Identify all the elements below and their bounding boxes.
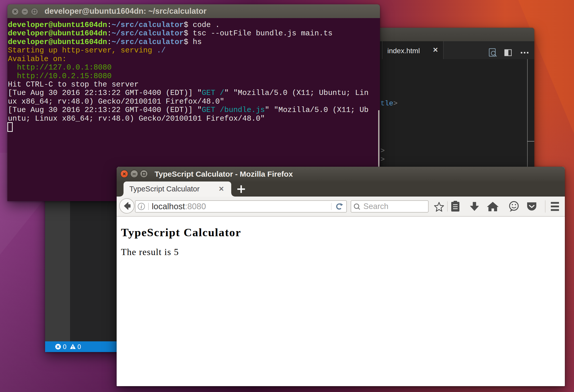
svg-text:0: 0 (77, 343, 81, 350)
svg-text:localhost:8080: localhost:8080 (152, 202, 206, 211)
svg-text:i: i (141, 204, 142, 210)
svg-text:Search: Search (363, 202, 388, 211)
svg-text:0: 0 (63, 343, 66, 350)
